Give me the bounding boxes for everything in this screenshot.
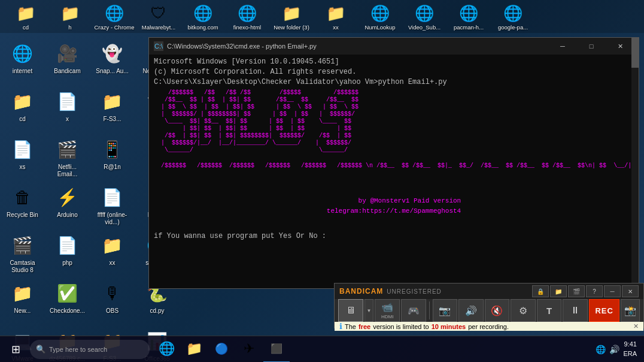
screen-record-button[interactable]: 🖥	[338, 299, 363, 322]
bandicam-lock-icon[interactable]: 🔒	[532, 285, 549, 297]
taskbar-app-telegram[interactable]: ✈	[236, 336, 262, 363]
sidebar-icon-recycle-bin[interactable]: 🗑 Recycle Bin	[0, 182, 45, 230]
top-icon-xx[interactable]: 📁 xx	[315, 1, 357, 32]
top-icon-crazy-chrome[interactable]: 🌐 Crazy - Chrome	[93, 1, 135, 32]
start-button[interactable]: ⊞	[2, 336, 29, 363]
top-icon-img-cd: 📁	[15, 2, 37, 24]
sidebar-icon-fffff[interactable]: 📄 fffff (online-vid...)	[90, 182, 135, 230]
bandicam-video-icon[interactable]: 🎬	[568, 285, 585, 297]
bandicam-minimize-button[interactable]: ─	[604, 285, 621, 297]
settings-button[interactable]: ⚙	[511, 299, 536, 322]
sidebar-icon-arduino[interactable]: ⚡ Arduino	[45, 182, 90, 230]
icon-img-r-at-1n: 📱	[101, 137, 124, 161]
cmd-by: by @Monsterv1 Paid version	[359, 197, 461, 204]
icon-img-cd2: 📁	[11, 89, 35, 113]
top-icon-video-sub[interactable]: 🌐 Video_Sub...	[403, 1, 445, 32]
top-icon-numlookup[interactable]: 🌐 NumLookup	[359, 1, 401, 32]
top-icon-pacman-h[interactable]: 🌐 pacman-h...	[448, 1, 490, 32]
maximize-button[interactable]: □	[578, 38, 605, 55]
ascii-art-2: /$$$$$$ /$$$$$$ /$$$$$$ /$$$$$$ /$$$$$$ …	[154, 155, 634, 170]
sidebar-icon-php[interactable]: 📄 php	[45, 230, 90, 277]
taskbar-search[interactable]: 🔍 Type here to search	[30, 340, 150, 359]
top-icon-finexo[interactable]: 🌐 finexo-html	[226, 1, 268, 32]
cmd-telegram: telegram:https://t.me/Spammeghost4	[327, 207, 461, 215]
clock-date: ERA	[623, 349, 637, 358]
video-record-button[interactable]: 📹 HDMI	[375, 299, 400, 322]
cmd-controls[interactable]: ─ □ ✕	[549, 38, 634, 55]
sidebar-icon-r-at-1n[interactable]: 📱 R@1n	[90, 134, 135, 182]
scrollbar-track[interactable]	[631, 38, 639, 288]
bandicam-folder-icon[interactable]: 📁	[550, 285, 567, 297]
top-icon-img-pacman-h: 🌐	[458, 2, 479, 24]
top-icon-label-video-sub: Video_Sub...	[408, 24, 441, 31]
camera-button[interactable]: 📸	[621, 299, 640, 322]
mute-button[interactable]: 🔇	[485, 299, 510, 322]
webcam-button[interactable]: 📷	[433, 299, 458, 322]
icon-img-php: 📄	[56, 233, 80, 257]
screen-dropdown[interactable]: ▼	[364, 299, 374, 322]
icon-label-snapchat: Snap... Au...	[96, 68, 128, 75]
top-icon-malwarebytes[interactable]: 🛡 Malwarebyt...	[138, 1, 180, 32]
tray-volume-icon[interactable]: 🔊	[609, 345, 619, 354]
bandicam-title-controls[interactable]: 🔒 📁 🎬 ? ─ ✕	[532, 285, 639, 297]
sidebar-icon-f-s3[interactable]: 📁 F-S3...	[90, 86, 135, 134]
icon-img-recycle-bin: 🗑	[11, 185, 35, 209]
text-button[interactable]: T	[537, 299, 562, 322]
sidebar-icon-xx2[interactable]: 📁 xx	[90, 230, 135, 277]
bandicam-titlebar: BANDICAM UNREGISTERED 🔒 📁 🎬 ? ─ ✕	[335, 283, 643, 299]
minimize-button[interactable]: ─	[549, 38, 576, 55]
close-button[interactable]: ✕	[606, 38, 634, 55]
icon-img-snapchat: 👻	[101, 41, 124, 65]
top-icon-google-pa[interactable]: 🌐 google-pa...	[492, 1, 534, 32]
scrollbar-thumb[interactable]	[631, 38, 639, 68]
top-icon-label-bitkong: bitkong.com	[187, 24, 218, 31]
taskbar-app-explorer[interactable]: 📁	[181, 336, 207, 363]
sidebar-icon-x[interactable]: 📄 x	[45, 86, 90, 134]
sidebar-icon-cd2[interactable]: 📁 cd	[0, 86, 45, 134]
taskbar-app-edge[interactable]: 🌐	[153, 336, 180, 363]
top-icon-bitkong[interactable]: 🌐 bitkong.com	[182, 1, 224, 32]
top-icon-cd[interactable]: 📁 cd	[5, 1, 47, 32]
screen-icon: 🖥	[346, 305, 356, 316]
sidebar-icon-checkdone[interactable]: ✅ Checkdone...	[45, 277, 90, 325]
settings-icon: ⚙	[519, 305, 527, 316]
pause-button[interactable]: ⏸	[563, 299, 588, 322]
icon-label-xx2: xx	[110, 260, 116, 267]
info-text-mid: version is limited to	[373, 323, 429, 330]
top-icon-label-numlookup: NumLookup	[364, 24, 395, 31]
game-record-button[interactable]: 🎮	[401, 299, 426, 322]
sidebar-icon-camtasia[interactable]: 🎬 Camtasia Studio 8	[0, 230, 45, 277]
sidebar-icon-snapchat[interactable]: 👻 Snap... Au...	[90, 38, 135, 86]
sidebar-icon-obs[interactable]: 🎙 OBS	[90, 277, 135, 325]
sidebar-icon-xs[interactable]: 📄 xs	[0, 134, 45, 182]
icon-label-cd-py: cd.py	[150, 307, 165, 315]
sidebar-icon-new-folder2[interactable]: 📁 New...	[0, 277, 45, 325]
sidebar-icon-bandicam[interactable]: 🎥 Bandicam	[45, 38, 90, 86]
sidebar-icon-internet[interactable]: 🌐 internet	[0, 38, 45, 86]
icon-img-netflix: 🎬	[56, 137, 80, 161]
icon-img-internet: 🌐	[11, 41, 35, 65]
top-icon-new-folder[interactable]: 📁 New folder (3)	[271, 1, 312, 32]
audio-button[interactable]: 🔊	[458, 299, 484, 322]
bandicam-toolbar: 🖥 ▼ 📹 HDMI 🎮 📷 🔊 🔇 ⚙	[335, 299, 643, 322]
icon-img-obs: 🎙	[101, 281, 124, 305]
tray-clock[interactable]: 9:41 ERA	[623, 340, 637, 358]
tray-network-icon[interactable]: 🌐	[596, 345, 606, 354]
info-text-free: free	[359, 323, 370, 330]
icon-label-obs: OBS	[106, 307, 119, 315]
bandicam-question-icon[interactable]: ?	[586, 285, 603, 297]
icon-label-recycle-bin: Recycle Bin	[7, 212, 38, 219]
bandicam-close-button[interactable]: ✕	[622, 285, 639, 297]
cmd-content: Microsoft Windows [Version 10.0.19045.46…	[149, 55, 639, 288]
top-icon-h[interactable]: 📁 h	[49, 1, 91, 32]
taskbar-app-cmd[interactable]: ⬛	[263, 336, 290, 363]
cmd-line-3: C:\Users\Xslayer\Desktop\Checker Validat…	[154, 77, 634, 88]
icon-img-arduino: ⚡	[56, 185, 80, 209]
info-close-button[interactable]: ✕	[633, 322, 639, 330]
sidebar-icon-netflix[interactable]: 🎬 Netfli... Email...	[45, 134, 90, 182]
cmd-line-2: (c) Microsoft Corporation. All rights re…	[154, 67, 634, 77]
rec-button[interactable]: REC	[589, 299, 619, 322]
icon-label-f-s3: F-S3...	[103, 116, 121, 123]
ascii-art: /$$$$$$ /$$ /$$ /$$ /$$$$$ /$$$$$$ /$$__…	[154, 89, 634, 154]
taskbar-app-chrome[interactable]: 🔵	[208, 336, 235, 363]
